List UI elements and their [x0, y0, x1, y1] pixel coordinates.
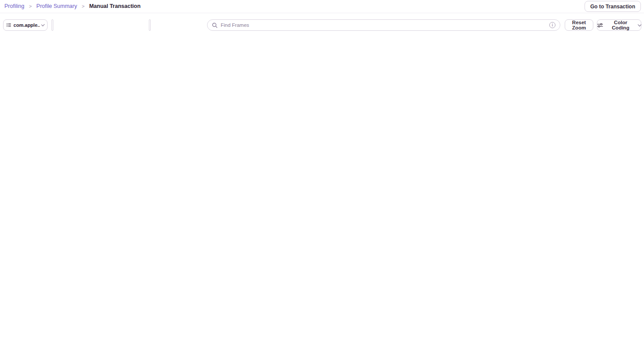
chevron-down-icon: [41, 22, 44, 26]
breadcrumb-profiling[interactable]: Profiling: [4, 3, 24, 9]
color-coding-label: Color Coding: [605, 20, 637, 30]
thread-selector-dropdown[interactable]: com.apple....: [3, 19, 48, 31]
header: Profiling > Profile Summary > Manual Tra…: [0, 0, 644, 13]
direction-segmented-control: [149, 19, 151, 31]
search-input[interactable]: [221, 22, 546, 28]
toolbar: com.apple.... i Reset Zoom Color Coding: [0, 19, 644, 31]
sliders-icon: [597, 23, 603, 28]
search-frames-field[interactable]: i: [207, 19, 560, 31]
list-icon: [7, 22, 11, 28]
chevron-down-icon: [638, 22, 641, 26]
reset-zoom-button[interactable]: Reset Zoom: [565, 19, 593, 31]
breadcrumb-profile-summary[interactable]: Profile Summary: [37, 3, 77, 9]
breadcrumb: Profiling > Profile Summary > Manual Tra…: [4, 3, 141, 9]
breadcrumb-current: Manual Transaction: [89, 3, 141, 9]
search-icon: [212, 22, 218, 28]
sorting-segmented-control: [52, 19, 53, 31]
color-coding-dropdown[interactable]: Color Coding: [597, 19, 641, 31]
flamegraph[interactable]: [0, 100, 644, 337]
profiling-flamegraph-page: Profiling > Profile Summary > Manual Tra…: [0, 0, 644, 337]
thread-selector-value: com.apple....: [14, 22, 40, 28]
info-icon[interactable]: i: [549, 22, 555, 28]
breadcrumb-separator: >: [81, 4, 84, 9]
go-to-transaction-button[interactable]: Go to Transaction: [585, 1, 641, 12]
breadcrumb-separator: >: [29, 4, 32, 9]
